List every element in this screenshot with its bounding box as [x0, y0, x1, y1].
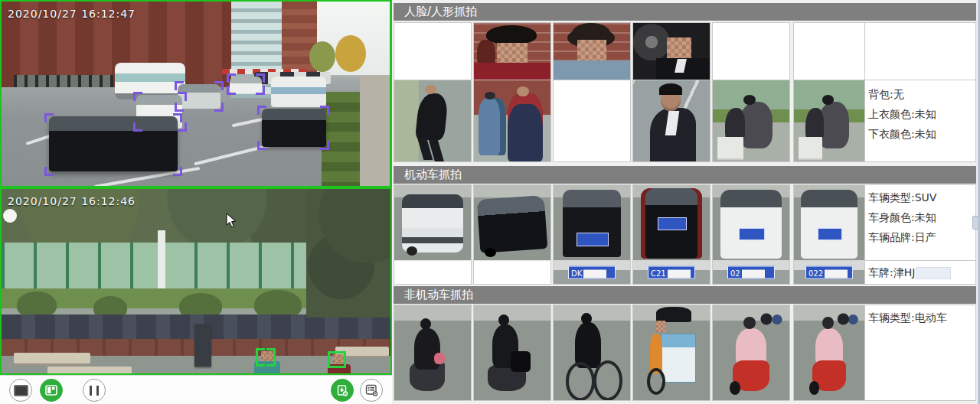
face-capture-slot[interactable]: [712, 22, 790, 80]
plate-censor-blur: [668, 269, 691, 278]
bench: [47, 367, 132, 374]
face-capture-slot[interactable]: [632, 22, 710, 80]
list-settings-icon: [365, 384, 378, 396]
license-plate: 022: [805, 266, 853, 279]
nonmotor-thumb-blue-cart: [633, 305, 710, 400]
empty-thumbnail: [794, 23, 864, 80]
body-capture-slot[interactable]: [553, 80, 631, 162]
sidewalk: [360, 75, 392, 187]
plate-censor-blur: [583, 269, 606, 278]
vehicle-detection-bracket: [227, 73, 265, 95]
face-detection-bracket: [328, 351, 346, 368]
attr-backpack: 背包:无: [868, 85, 972, 105]
capture-panel: 人脸/人形抓拍: [392, 0, 978, 404]
vehicle-capture-slot[interactable]: [473, 184, 551, 285]
body-thumb-two-people: [474, 80, 550, 161]
surveillance-app: 2020/10/27 16:12:47 2020/10/27 16:12:4: [0, 0, 980, 404]
split-view-icon: [45, 385, 57, 396]
nonmotor-capture-slot[interactable]: [473, 305, 551, 401]
face-info-text-slot: [864, 22, 976, 80]
body-thumb-man-in-suit: [633, 80, 710, 161]
nonmotor-thumb-ebike-rider: [394, 305, 471, 400]
vehicle-plate-row: 车牌:津HJ: [865, 260, 975, 284]
nonmotor-thumb-scooter-woman: [713, 305, 789, 400]
plate-strip: DK: [554, 260, 630, 284]
attr-top-color: 上衣颜色:未知: [868, 105, 972, 125]
plate-censor-blur: [825, 269, 848, 278]
export-button[interactable]: [331, 379, 354, 402]
camera1-timestamp: 2020/10/27 16:12:47: [8, 8, 136, 20]
nonmotor-info-image[interactable]: [793, 305, 865, 401]
body-capture-slot[interactable]: [473, 80, 551, 162]
attr-bottom-color: 下衣颜色:未知: [868, 125, 972, 145]
large-tree: [306, 189, 392, 318]
empty-thumbnail: [554, 80, 630, 161]
license-plate: 02: [727, 266, 775, 279]
camera2-timestamp: 2020/10/27 16:12:46: [8, 195, 136, 207]
plate-strip: C21: [633, 260, 710, 284]
vehicle-thumb-black-crv-rear: [633, 185, 710, 262]
license-plate: C21: [648, 266, 695, 279]
split-view-button[interactable]: [40, 379, 63, 402]
export-download-icon: [336, 384, 348, 396]
vehicle-attr-block: 车辆类型:SUV 车身颜色:未知 车辆品牌:日产: [865, 185, 975, 251]
vehicle-capture-slot[interactable]: 02: [712, 184, 790, 285]
nonmotor-capture-slot[interactable]: [394, 305, 472, 401]
body-capture-slot[interactable]: [632, 80, 710, 162]
plate-strip: 022: [794, 260, 864, 284]
attr-brand: 车辆品牌:日产: [868, 228, 972, 248]
plate-strip-empty: [474, 260, 550, 284]
body-capture-slot[interactable]: [394, 80, 472, 162]
monument-sign: [194, 324, 211, 367]
lamp-globe: [3, 209, 17, 223]
vehicle-thumb-black-suv-rear: [554, 185, 630, 262]
vehicle-detection-bracket: [175, 81, 224, 112]
white-van: [271, 77, 326, 107]
panel-collapse-handle[interactable]: [972, 216, 980, 230]
stop-button[interactable]: [9, 379, 32, 402]
vehicle-capture-slot[interactable]: DK: [553, 184, 631, 285]
vehicle-attributes: 车辆类型:SUV 车身颜色:未知 车辆品牌:日产 车牌:津HJ: [864, 184, 976, 285]
empty-thumbnail: [713, 23, 789, 80]
vehicle-thumb-white-suv-front: [394, 185, 471, 262]
face-info-image[interactable]: [793, 80, 865, 162]
face-attributes: 背包:无 上衣颜色:未知 下衣颜色:未知: [864, 80, 976, 162]
body-thumb-crouching-people: [713, 80, 789, 161]
tree: [309, 41, 335, 72]
pause-icon: [90, 386, 99, 396]
info-thumb-scooter-woman: [794, 305, 864, 400]
vehicle-thumb-white-suv-rear: [713, 185, 789, 262]
video-channel-park[interactable]: 2020/10/27 16:12:46: [0, 187, 392, 375]
nonmotor-capture-slot[interactable]: [712, 305, 790, 401]
face-capture-slot[interactable]: [473, 22, 551, 80]
plate-censor-blur: [916, 268, 950, 279]
playback-toolbar: [0, 375, 392, 404]
body-capture-slot[interactable]: [712, 80, 790, 162]
nonmotor-thumb-motorbike-rider: [474, 305, 550, 400]
attr-body-color: 车身颜色:未知: [868, 208, 972, 228]
body-thumb-walking-person: [394, 80, 471, 161]
face-detection-bracket: [256, 348, 276, 367]
attr-vehicle-type: 车辆类型:电动车: [868, 308, 972, 328]
vehicle-thumb-black-sedan: [474, 185, 550, 262]
face-capture-slot[interactable]: [553, 22, 631, 80]
video-channel-street[interactable]: 2020/10/27 16:12:47: [0, 0, 392, 187]
vehicle-capture-slot[interactable]: C21: [632, 184, 710, 285]
stream-info-button[interactable]: [360, 379, 383, 402]
street-fence: [14, 75, 113, 87]
monitor-icon: [14, 385, 28, 396]
nonmotor-capture-slot[interactable]: [632, 305, 710, 401]
license-plate: DK: [568, 266, 616, 279]
vehicle-info-image[interactable]: 022: [793, 184, 865, 285]
plate-strip: 02: [713, 260, 789, 284]
vehicle-capture-slot[interactable]: [394, 184, 472, 285]
face-thumb-woman-cap: [474, 23, 550, 80]
nonmotor-capture-slot[interactable]: [553, 305, 631, 401]
info-thumb-crouching-people: [794, 80, 864, 161]
face-capture-slot[interactable]: [394, 22, 472, 80]
bush: [17, 292, 57, 318]
attr-vehicle-type: 车辆类型:SUV: [868, 188, 972, 208]
nonmotor-attributes: 车辆类型:电动车: [864, 305, 976, 401]
pause-button[interactable]: [83, 379, 106, 402]
nonmotor-thumb-bicycle-rider: [554, 305, 630, 400]
